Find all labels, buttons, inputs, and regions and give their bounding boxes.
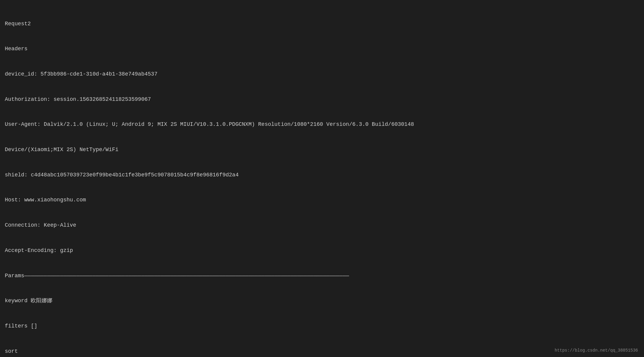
footer-link: https://blog.csdn.net/qq_38851536 — [555, 347, 638, 354]
header-user-agent: User-Agent: Dalvik/2.1.0 (Linux; U; Andr… — [5, 120, 639, 129]
header-accept-encoding: Accept-Encoding: gzip — [5, 247, 639, 255]
header-connection: Connection: Keep-Alive — [5, 221, 639, 230]
header-device-id: device_id: 5f3bb986-cde1-310d-a4b1-38e74… — [5, 70, 639, 79]
header-authorization: Authorization: session.15632685241182535… — [5, 95, 639, 104]
request-title: Request2 — [5, 20, 639, 28]
request-panel: Request2 Headers device_id: 5f3bb986-cde… — [5, 3, 639, 357]
header-shield: shield: c4d48abc1057039723e0f99be4b1c1fe… — [5, 171, 639, 179]
param-filters: filters [] — [5, 322, 639, 331]
headers-label: Headers — [5, 45, 639, 53]
params-separator: Params——————————————————————————————————… — [5, 272, 639, 280]
header-device: Device/(Xiaomi;MIX 2S) NetType/WiFi — [5, 146, 639, 154]
param-sort: sort — [5, 347, 639, 356]
param-keyword: keyword 欧阳娜娜 — [5, 297, 639, 305]
header-host: Host: www.xiaohongshu.com — [5, 196, 639, 204]
